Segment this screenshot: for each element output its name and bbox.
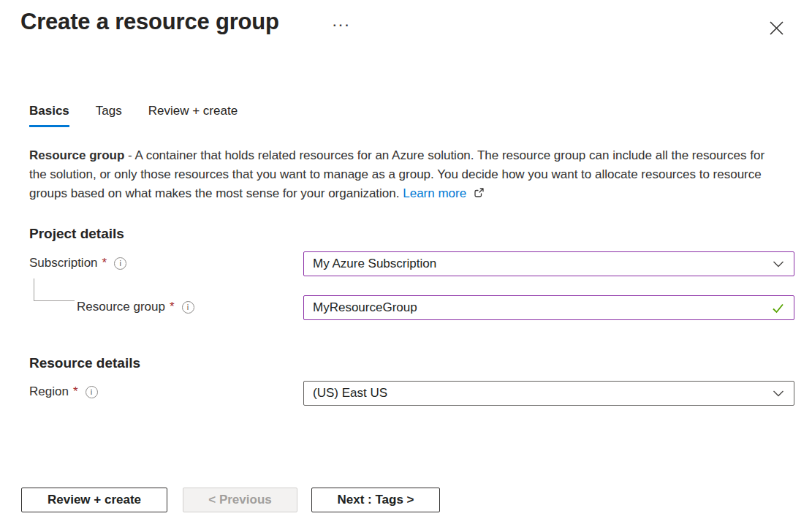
tree-connector-line (34, 278, 75, 301)
learn-more-link[interactable]: Learn more (403, 186, 466, 200)
description-lead: Resource group (29, 148, 124, 162)
resource-group-input[interactable] (313, 300, 771, 315)
required-asterisk: * (102, 256, 107, 270)
region-label-text: Region (29, 384, 69, 399)
required-asterisk: * (170, 300, 175, 314)
ellipsis-icon: ··· (333, 19, 352, 32)
chevron-down-icon (772, 257, 785, 270)
subscription-dropdown[interactable]: My Azure Subscription (303, 251, 794, 276)
subscription-dropdown-value: My Azure Subscription (313, 257, 772, 271)
next-tags-button[interactable]: Next : Tags > (311, 488, 440, 512)
resource-group-field (303, 295, 794, 320)
tab-basics[interactable]: Basics (29, 104, 69, 127)
review-create-button[interactable]: Review + create (21, 488, 167, 512)
region-label: Region * i (29, 384, 98, 399)
tab-review-create[interactable]: Review + create (148, 104, 238, 127)
more-options-button[interactable]: ··· (327, 13, 357, 38)
resource-group-description: Resource group - A container that holds … (29, 146, 783, 203)
description-body: - A container that holds related resourc… (29, 148, 764, 200)
resource-group-label-text: Resource group (77, 300, 165, 314)
tab-tags[interactable]: Tags (96, 104, 122, 127)
resource-group-label: Resource group * i (77, 300, 194, 314)
page-title: Create a resource group (20, 9, 279, 35)
validation-check-icon (771, 301, 785, 315)
chevron-down-icon (772, 387, 785, 400)
external-link-icon (473, 187, 485, 199)
section-heading-project-details: Project details (29, 226, 124, 242)
info-icon[interactable]: i (114, 257, 126, 270)
subscription-label: Subscription * i (29, 256, 126, 270)
region-dropdown[interactable]: (US) East US (303, 381, 794, 406)
tab-bar: Basics Tags Review + create (29, 104, 238, 127)
subscription-label-text: Subscription (29, 256, 98, 270)
section-heading-resource-details: Resource details (29, 355, 140, 371)
required-asterisk: * (73, 384, 78, 399)
previous-button[interactable]: < Previous (183, 488, 297, 512)
info-icon[interactable]: i (86, 386, 98, 398)
info-icon[interactable]: i (182, 301, 194, 314)
region-dropdown-value: (US) East US (313, 386, 772, 401)
close-icon (769, 20, 784, 36)
close-button[interactable] (763, 15, 789, 41)
